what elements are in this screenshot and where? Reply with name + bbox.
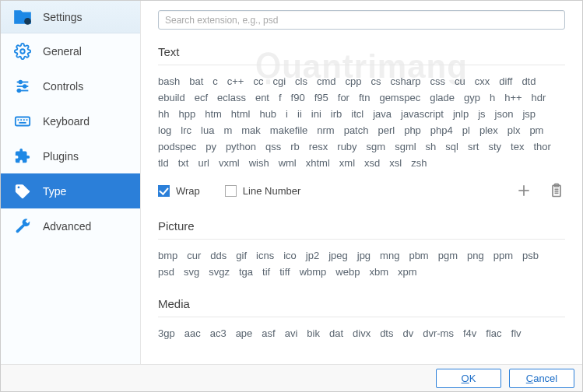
extension-tag[interactable]: plx — [507, 122, 521, 138]
extension-tag[interactable]: py — [205, 138, 216, 155]
extension-tag[interactable]: m — [223, 122, 232, 138]
extension-tag[interactable]: mng — [380, 247, 399, 264]
extension-tag[interactable]: tiff — [279, 264, 290, 280]
extension-tag[interactable]: zsh — [411, 155, 427, 171]
extension-tag[interactable]: plex — [479, 122, 498, 138]
extension-tag[interactable]: tld — [158, 155, 169, 171]
extension-tag[interactable]: jsp — [522, 106, 536, 122]
extension-tag[interactable]: bmp — [158, 247, 177, 264]
extension-tag[interactable]: bik — [307, 325, 320, 341]
extension-tag[interactable]: rb — [290, 138, 300, 155]
extension-tag[interactable]: jpeg — [328, 247, 348, 264]
extension-tag[interactable]: csharp — [391, 73, 421, 89]
extension-tag[interactable]: divx — [353, 325, 371, 341]
ok-button[interactable]: OK — [436, 369, 501, 388]
extension-tag[interactable]: sh — [426, 138, 437, 155]
extension-tag[interactable]: 3gp — [158, 325, 175, 341]
extension-tag[interactable]: f4v — [463, 325, 476, 341]
extension-tag[interactable]: dv — [402, 325, 413, 341]
extension-tag[interactable]: pl — [462, 122, 470, 138]
extension-tag[interactable]: php4 — [430, 122, 453, 138]
extension-tag[interactable]: wbmp — [300, 264, 327, 280]
extension-tag[interactable]: pgm — [438, 247, 458, 264]
line-number-checkbox[interactable] — [225, 185, 237, 197]
extension-tag[interactable]: xhtml — [306, 155, 330, 171]
extension-tag[interactable]: asf — [262, 325, 275, 341]
extension-tag[interactable]: cpp — [346, 73, 362, 89]
extension-tag[interactable]: javascript — [401, 106, 444, 122]
extension-tag[interactable]: hh — [158, 106, 169, 122]
extension-tag[interactable]: eclass — [217, 89, 246, 106]
extension-tag[interactable]: cs — [371, 73, 381, 89]
extension-tag[interactable]: jnlp — [453, 106, 469, 122]
extension-tag[interactable]: url — [198, 155, 209, 171]
extension-tag[interactable]: thor — [533, 138, 550, 155]
extension-tag[interactable]: xbm — [369, 264, 388, 280]
extension-tag[interactable]: xsd — [364, 155, 380, 171]
extension-tag[interactable]: css — [430, 73, 446, 89]
extension-tag[interactable]: ftn — [359, 89, 370, 106]
extension-tag[interactable]: c — [212, 73, 218, 89]
extension-tag[interactable]: f90 — [291, 89, 305, 106]
extension-tag[interactable]: sty — [488, 138, 501, 155]
extension-tag[interactable]: f95 — [314, 89, 328, 106]
search-input[interactable] — [158, 10, 565, 30]
extension-tag[interactable]: tga — [239, 264, 253, 280]
clipboard-icon[interactable] — [548, 182, 565, 199]
extension-tag[interactable]: tif — [262, 264, 270, 280]
extension-tag[interactable]: ecf — [195, 89, 208, 106]
extension-tag[interactable]: ruby — [337, 138, 356, 155]
content-scroll[interactable]: Text bashbatcc++cccgiclscmdcppcscsharpcs… — [141, 30, 582, 364]
extension-tag[interactable]: xsl — [389, 155, 402, 171]
extension-tag[interactable]: wml — [279, 155, 297, 171]
extension-tag[interactable]: resx — [309, 138, 328, 155]
extension-tag[interactable]: glade — [430, 89, 455, 106]
extension-tag[interactable]: php — [404, 122, 421, 138]
extension-tag[interactable]: ppm — [493, 247, 513, 264]
extension-tag[interactable]: tex — [511, 138, 524, 155]
extension-tag[interactable]: vxml — [219, 155, 240, 171]
extension-tag[interactable]: cmd — [317, 73, 336, 89]
sidebar-item-type[interactable]: Type — [1, 173, 140, 208]
extension-tag[interactable]: ico — [283, 247, 297, 264]
extension-tag[interactable]: htm — [205, 106, 222, 122]
extension-tag[interactable]: i — [286, 106, 288, 122]
extension-tag[interactable]: perl — [378, 122, 395, 138]
extension-tag[interactable]: bat — [189, 73, 203, 89]
extension-tag[interactable]: svg — [184, 264, 199, 280]
extension-tag[interactable]: podspec — [158, 138, 196, 155]
extension-tag[interactable]: ebuild — [158, 89, 185, 106]
extension-tag[interactable]: icns — [256, 247, 274, 264]
extension-tag[interactable]: html — [231, 106, 251, 122]
extension-tag[interactable]: ini — [311, 106, 321, 122]
sidebar-item-controls[interactable]: Controls — [1, 68, 140, 103]
extension-tag[interactable]: diff — [499, 73, 512, 89]
extension-tag[interactable]: python — [226, 138, 256, 155]
extension-tag[interactable]: json — [495, 106, 514, 122]
extension-tag[interactable]: cur — [187, 247, 201, 264]
extension-tag[interactable]: dds — [210, 247, 227, 264]
extension-tag[interactable]: gif — [236, 247, 247, 264]
extension-tag[interactable]: gyp — [464, 89, 480, 106]
extension-tag[interactable]: lrc — [181, 122, 191, 138]
extension-tag[interactable]: ent — [255, 89, 269, 106]
extension-tag[interactable]: webp — [335, 264, 360, 280]
extension-tag[interactable]: lua — [201, 122, 214, 138]
extension-tag[interactable]: ape — [236, 325, 253, 341]
extension-tag[interactable]: c++ — [227, 73, 244, 89]
cancel-button[interactable]: Cancel — [509, 369, 574, 388]
extension-tag[interactable]: psd — [158, 264, 174, 280]
extension-tag[interactable]: cls — [295, 73, 307, 89]
sidebar-item-advanced[interactable]: Advanced — [1, 208, 140, 243]
extension-tag[interactable]: cc — [253, 73, 263, 89]
sidebar-item-general[interactable]: General — [1, 33, 140, 68]
extension-tag[interactable]: for — [338, 89, 349, 106]
extension-tag[interactable]: xpm — [398, 264, 417, 280]
extension-tag[interactable]: h++ — [504, 89, 522, 106]
extension-tag[interactable]: svgz — [209, 264, 230, 280]
extension-tag[interactable]: jp2 — [306, 247, 319, 264]
extension-tag[interactable]: pbm — [409, 247, 428, 264]
sidebar-item-keyboard[interactable]: Keyboard — [1, 103, 140, 138]
extension-tag[interactable]: aac — [184, 325, 201, 341]
extension-tag[interactable]: makefile — [270, 122, 307, 138]
